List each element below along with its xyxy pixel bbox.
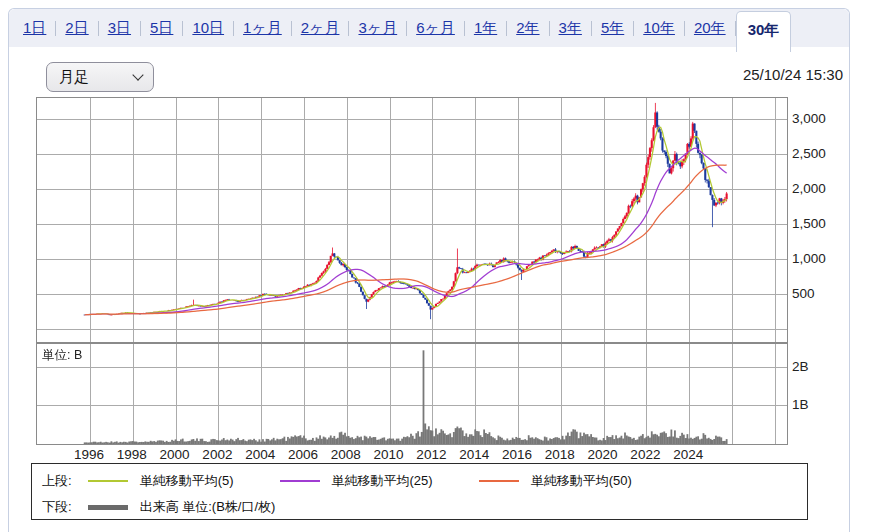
ma25-label: 単純移動平均(25) <box>332 472 433 490</box>
price-axis-label: 500 <box>792 286 815 301</box>
price-chart-canvas <box>37 98 787 342</box>
period-tab-2y[interactable]: 2年 <box>507 16 548 41</box>
price-axis-label: 1,500 <box>792 216 826 231</box>
volume-canvas <box>37 344 787 444</box>
price-chart-panel <box>36 97 788 343</box>
x-axis-label: 2024 <box>673 447 703 462</box>
period-tabbar: 1日2日3日5日10日1ヶ月2ヶ月3ヶ月6ヶ月1年2年3年5年10年20年30年 <box>9 9 849 47</box>
volume-legend-label: 出来高 単位:(B株/口/枚) <box>140 498 276 516</box>
ma50-label: 単純移動平均(50) <box>531 472 632 490</box>
x-axis-label: 2010 <box>374 447 404 462</box>
period-tab-1d[interactable]: 1日 <box>14 16 55 41</box>
period-tab-3y[interactable]: 3年 <box>550 16 591 41</box>
legend-lower-label: 下段: <box>42 498 72 516</box>
price-axis-label: 2,000 <box>792 181 826 196</box>
volume-unit-label: 単位: B <box>42 347 82 364</box>
period-tab-3mo[interactable]: 3ヶ月 <box>349 16 406 41</box>
period-tab-30y[interactable]: 30年 <box>736 11 792 52</box>
interval-select[interactable]: 月足 <box>46 62 154 92</box>
x-axis-label: 1996 <box>74 447 104 462</box>
price-axis-label: 3,000 <box>792 111 826 126</box>
period-tab-10y[interactable]: 10年 <box>634 16 684 41</box>
period-tab-2d[interactable]: 2日 <box>56 16 97 41</box>
quote-timestamp: 25/10/24 15:30 <box>743 66 843 83</box>
x-axis-label: 2008 <box>331 447 361 462</box>
period-tab-5d[interactable]: 5日 <box>141 16 182 41</box>
period-tab-3d[interactable]: 3日 <box>99 16 140 41</box>
x-axis-label: 2012 <box>416 447 446 462</box>
x-axis-label: 2014 <box>459 447 489 462</box>
period-tab-1y[interactable]: 1年 <box>465 16 506 41</box>
ma25-swatch <box>280 480 320 482</box>
volume-panel <box>36 343 788 445</box>
period-tab-20y[interactable]: 20年 <box>685 16 735 41</box>
x-axis-label: 2002 <box>202 447 232 462</box>
interval-value: 月足 <box>59 68 89 87</box>
x-axis-label: 2016 <box>502 447 532 462</box>
legend-upper-label: 上段: <box>42 472 72 490</box>
price-axis-label: 2,500 <box>792 146 826 161</box>
period-tab-6mo[interactable]: 6ヶ月 <box>407 16 464 41</box>
x-axis-label: 2000 <box>160 447 190 462</box>
legend-row-upper: 上段: 単純移動平均(5) 単純移動平均(25) 単純移動平均(50) <box>42 472 632 490</box>
price-axis-label: 1,000 <box>792 251 826 266</box>
x-axis-label: 2020 <box>588 447 618 462</box>
x-axis-label: 1998 <box>117 447 147 462</box>
period-tab-2mo[interactable]: 2ヶ月 <box>292 16 349 41</box>
x-axis-label: 2018 <box>545 447 575 462</box>
x-axis-label: 2004 <box>245 447 275 462</box>
period-tab-5y[interactable]: 5年 <box>592 16 633 41</box>
ma5-swatch <box>88 480 128 482</box>
x-axis-label: 2006 <box>288 447 318 462</box>
ma5-label: 単純移動平均(5) <box>140 472 234 490</box>
volume-axis-label: 2B <box>792 358 809 373</box>
volume-swatch <box>88 505 128 510</box>
chart-widget: 1日2日3日5日10日1ヶ月2ヶ月3ヶ月6ヶ月1年2年3年5年10年20年30年… <box>8 8 850 532</box>
chevron-down-icon <box>132 69 143 80</box>
period-tab-1mo[interactable]: 1ヶ月 <box>234 16 291 41</box>
x-axis-label: 2022 <box>630 447 660 462</box>
period-tab-10d[interactable]: 10日 <box>183 16 233 41</box>
volume-axis-label: 1B <box>792 397 809 412</box>
ma50-swatch <box>479 480 519 482</box>
chart-legend: 上段: 単純移動平均(5) 単純移動平均(25) 単純移動平均(50) 下段: … <box>31 463 808 520</box>
legend-row-lower: 下段: 出来高 単位:(B株/口/枚) <box>42 498 275 516</box>
